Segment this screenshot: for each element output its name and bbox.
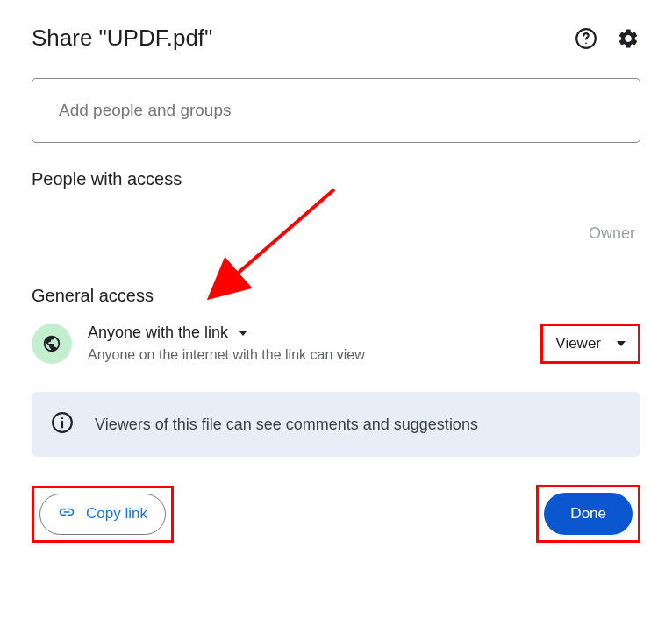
settings-icon[interactable] xyxy=(616,26,640,51)
info-banner: Viewers of this file can see comments an… xyxy=(32,392,640,457)
access-text: Anyone with the link Anyone on the inter… xyxy=(88,324,365,363)
people-access-heading: People with access xyxy=(32,169,640,189)
done-highlight: Done xyxy=(536,485,640,543)
owner-row: Owner xyxy=(32,207,640,260)
access-left: Anyone with the link Anyone on the inter… xyxy=(32,324,365,364)
info-text: Viewers of this file can see comments an… xyxy=(95,416,478,434)
copy-link-label: Copy link xyxy=(86,505,147,523)
header-icons xyxy=(574,26,640,51)
access-scope-dropdown[interactable]: Anyone with the link xyxy=(88,324,365,342)
add-people-input[interactable] xyxy=(32,78,640,143)
access-scope-label: Anyone with the link xyxy=(88,324,228,342)
svg-point-6 xyxy=(61,417,63,419)
access-row: Anyone with the link Anyone on the inter… xyxy=(32,324,640,364)
role-dropdown[interactable]: Viewer xyxy=(540,324,640,364)
globe-icon xyxy=(32,324,72,364)
role-label: Viewer xyxy=(555,335,601,352)
owner-role-label: Owner xyxy=(589,224,635,243)
link-icon xyxy=(58,503,75,525)
chevron-down-icon xyxy=(617,341,626,346)
svg-point-1 xyxy=(585,42,587,44)
help-icon[interactable] xyxy=(574,26,598,51)
general-access-heading: General access xyxy=(32,286,640,306)
access-scope-desc: Anyone on the internet with the link can… xyxy=(88,347,365,363)
general-access-section: General access Anyone with the link Anyo… xyxy=(32,286,640,364)
chevron-down-icon xyxy=(239,331,247,336)
info-icon xyxy=(51,411,74,437)
copy-link-highlight: Copy link xyxy=(32,486,174,543)
dialog-header: Share "UPDF.pdf" xyxy=(32,25,640,52)
copy-link-button[interactable]: Copy link xyxy=(39,494,166,535)
dialog-footer: Copy link Done xyxy=(32,485,640,543)
done-button[interactable]: Done xyxy=(544,493,633,535)
dialog-title: Share "UPDF.pdf" xyxy=(32,25,212,52)
